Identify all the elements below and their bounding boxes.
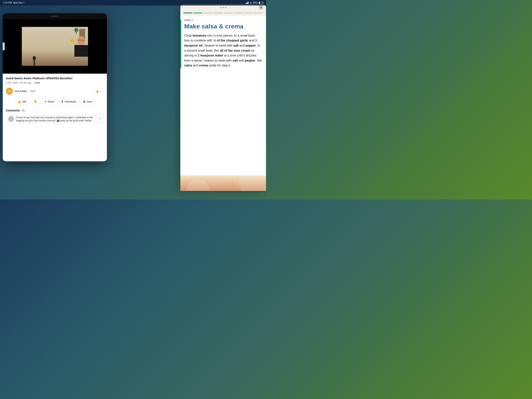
progress-step-3: [203, 13, 213, 13]
person-figure: [74, 36, 88, 57]
hand-pointing-icon: ☝️: [69, 38, 74, 43]
youtube-window: ☝️ Good News! Amex Platinum UPDATES Bene…: [3, 13, 107, 161]
thumbs-up-icon: 👍: [17, 100, 21, 103]
person-shirt: [74, 45, 88, 57]
window-dots: [52, 16, 58, 17]
video-info: Good News! Amex Platinum UPDATES Benefit…: [3, 74, 107, 86]
channel-avatar[interactable]: AskSebby: [6, 88, 13, 95]
like-button[interactable]: 👍 165: [14, 98, 29, 105]
share-icon: ↗: [44, 100, 47, 103]
video-meta: 2,107 views 25 min ago ...more: [6, 81, 104, 84]
download-icon: ⬇: [61, 100, 64, 103]
step-title: Make salsa & crema: [184, 23, 262, 30]
dot-2: [54, 16, 56, 17]
notification-bell-button[interactable]: 🔔 ▾: [93, 88, 104, 94]
bell-dropdown-icon: ▾: [100, 90, 101, 92]
progress-step-4: [214, 13, 223, 13]
video-thumbnail: ☝️: [22, 27, 88, 66]
recipe-dot-3: [225, 7, 226, 8]
dot-3: [57, 16, 58, 17]
battery-icon: [259, 2, 263, 4]
comment-expand-button[interactable]: ⌄: [99, 116, 101, 122]
comment-item: I'd love to get YouTube red covered or p…: [6, 114, 104, 124]
status-time-date: 5:25 PM Mon Nov 7: [3, 1, 24, 4]
thumbs-down-icon: 👎: [33, 100, 37, 103]
comments-count: 35: [22, 109, 25, 112]
deco-circle-1: [239, 175, 266, 191]
wifi-icon: ⊜: [250, 1, 252, 4]
edge-tab: [3, 42, 5, 50]
mic-head: [33, 56, 36, 60]
youtube-header: [3, 13, 107, 19]
deco-circle-2: [186, 179, 209, 191]
channel-subscribers: 264K: [30, 90, 35, 93]
signal-icon: [246, 1, 248, 4]
recipe-content: STEP 2 Make salsa & crema Chop tomatoes …: [180, 16, 266, 187]
progress-bar: [180, 11, 266, 16]
progress-step-5: [224, 13, 233, 13]
battery-percent: 25%: [253, 1, 257, 4]
recipe-bottom-decoration: [180, 175, 266, 191]
recipe-instruction: Chop tomatoes into ¼-inch pieces. In a s…: [184, 33, 262, 68]
download-button[interactable]: ⬇ Download: [58, 98, 79, 105]
status-right: ⊜ 25%: [246, 1, 263, 4]
progress-step-6: [234, 13, 243, 13]
progress-step-8: [254, 13, 263, 13]
comments-section: Comments 35 I'd love to get YouTube red …: [3, 107, 107, 126]
status-bar: 5:25 PM Mon Nov 7 ⊜ 25%: [0, 0, 266, 6]
action-buttons-row: 👍 165 👎 ↗ Share ⬇ Download ⊞ Save: [3, 97, 107, 107]
recipe-close-button[interactable]: ✕: [259, 5, 263, 10]
dislike-button[interactable]: 👎: [30, 98, 40, 105]
comment-avatar: [8, 116, 14, 122]
step-label: STEP 2: [184, 19, 262, 22]
channel-name[interactable]: Ask Sebby: [15, 90, 27, 93]
recipe-window-dots: [220, 7, 226, 8]
recipe-window: ✕ STEP 2 Make salsa & crema Chop tomatoe…: [180, 4, 266, 191]
channel-info: AskSebby Ask Sebby 264K: [6, 88, 35, 95]
save-button[interactable]: ⊞ Save: [80, 98, 95, 105]
video-player[interactable]: ☝️: [3, 19, 107, 74]
bell-icon: 🔔: [96, 90, 99, 93]
share-button[interactable]: ↗ Share: [41, 98, 57, 105]
person-head: [77, 36, 85, 45]
plant-decoration: [74, 28, 78, 34]
progress-step-2: [194, 13, 203, 13]
microphone: [33, 58, 35, 66]
save-icon: ⊞: [83, 100, 85, 103]
more-link[interactable]: ...more: [33, 81, 40, 84]
channel-row: AskSebby Ask Sebby 264K 🔔 ▾: [3, 86, 107, 97]
comment-text: I'd love to get YouTube red covered or p…: [16, 116, 97, 122]
comments-header: Comments 35: [6, 109, 104, 112]
video-title: Good News! Amex Platinum UPDATES Benefit…: [6, 76, 104, 80]
progress-step-1: [184, 13, 193, 13]
step-indicator-bar: [180, 19, 181, 68]
recipe-dot-2: [222, 7, 224, 8]
recipe-dot-1: [220, 7, 222, 8]
progress-step-7: [244, 13, 253, 13]
dot-1: [52, 16, 53, 17]
